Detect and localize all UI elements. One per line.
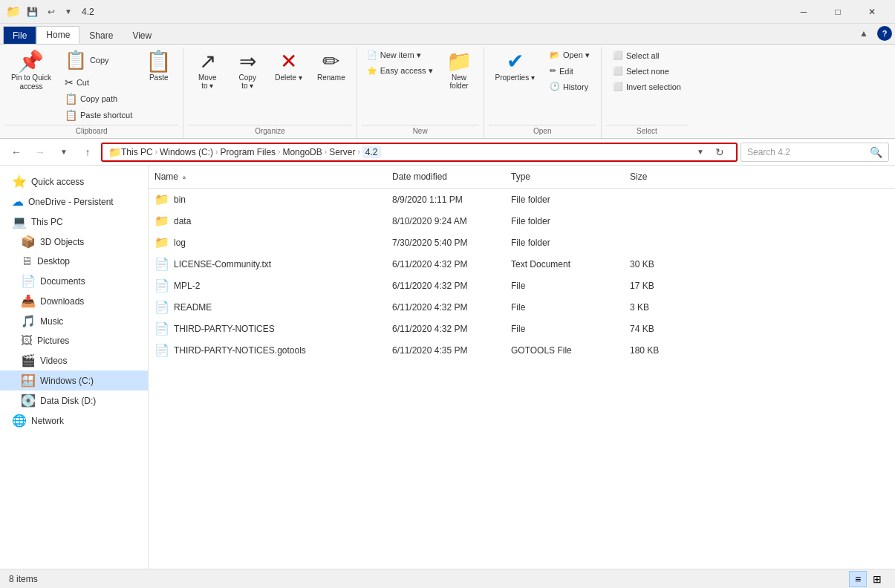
- new-item-icon: 📄: [367, 50, 377, 60]
- new-item-btn[interactable]: 📄 New item ▾: [362, 48, 438, 63]
- paste-shortcut-btn[interactable]: 📋 Paste shortcut: [59, 107, 137, 123]
- ribbon-collapse-btn[interactable]: ▲: [853, 23, 874, 44]
- file-label-data: data: [174, 216, 191, 226]
- select-group: ⬜ Select all ⬜ Select none ⬜ Invert sele…: [602, 48, 692, 138]
- sidebar-item-music[interactable]: 🎵 Music: [0, 311, 148, 331]
- search-bar[interactable]: Search 4.2 🔍: [741, 143, 889, 162]
- cut-btn[interactable]: ✂ Cut: [59, 74, 137, 91]
- new-folder-btn[interactable]: 📁 Newfolder: [440, 48, 479, 94]
- close-btn[interactable]: ✕: [855, 0, 889, 24]
- select-all-btn[interactable]: ⬜ Select all: [606, 48, 688, 63]
- status-bar: 8 items ≡ ⊞: [0, 569, 895, 588]
- recent-locations-btn[interactable]: ▼: [53, 142, 74, 163]
- sidebar-item-this-pc[interactable]: 💻 This PC: [0, 212, 148, 232]
- back-btn[interactable]: ←: [6, 142, 27, 163]
- view-large-btn[interactable]: ⊞: [868, 571, 886, 587]
- file-icon-license: 📄: [154, 257, 169, 271]
- main-area: ⭐ Quick access ☁ OneDrive - Persistent 💻…: [0, 166, 895, 569]
- sidebar-item-pictures[interactable]: 🖼 Pictures: [0, 331, 148, 350]
- sidebar-item-downloads[interactable]: 📥 Downloads: [0, 291, 148, 311]
- breadcrumb-this-pc[interactable]: This PC: [121, 147, 153, 157]
- properties-btn[interactable]: ✔ Properties ▾: [489, 48, 541, 85]
- file-label-readme: README: [174, 302, 212, 313]
- file-row-third-party-gotools[interactable]: 📄 THIRD-PARTY-NOTICES.gotools 6/11/2020 …: [149, 339, 895, 361]
- sidebar-item-quick-access[interactable]: ⭐ Quick access: [0, 172, 148, 192]
- col-name-label: Name: [154, 172, 178, 182]
- file-row-data[interactable]: 📁 data 8/10/2020 9:24 AM File folder: [149, 210, 895, 232]
- breadcrumb-42[interactable]: 4.2: [362, 146, 381, 158]
- minimize-btn[interactable]: ─: [787, 0, 821, 24]
- copy-path-btn[interactable]: 📋 Copy path: [59, 91, 137, 107]
- organize-label: Organize: [188, 125, 352, 135]
- address-dropdown-btn[interactable]: ▼: [693, 142, 708, 163]
- sidebar-item-3d-objects[interactable]: 📦 3D Objects: [0, 232, 148, 252]
- history-btn[interactable]: 🕐 History: [543, 79, 596, 94]
- select-none-btn[interactable]: ⬜ Select none: [606, 63, 688, 79]
- view-details-btn[interactable]: ≡: [849, 571, 867, 587]
- up-btn[interactable]: ↑: [77, 142, 98, 163]
- sidebar-item-documents[interactable]: 📄 Documents: [0, 271, 148, 291]
- tab-view[interactable]: View: [123, 26, 161, 44]
- sidebar-item-onedrive[interactable]: ☁ OneDrive - Persistent: [0, 192, 148, 212]
- pin-to-quick-btn[interactable]: 📌 Pin to Quickaccess: [4, 48, 58, 95]
- clipboard-group-content: 📌 Pin to Quickaccess 📋 Copy ✂ Cut 📋 Copy: [4, 48, 178, 123]
- customize-btn[interactable]: ▼: [62, 4, 74, 20]
- file-type-mpl2: File: [505, 278, 624, 293]
- sidebar-item-network[interactable]: 🌐 Network: [0, 411, 148, 431]
- tab-home[interactable]: Home: [36, 26, 79, 44]
- breadcrumb-mongodb[interactable]: MongoDB: [282, 147, 322, 157]
- file-type-log: File folder: [505, 235, 624, 250]
- new-label: New: [362, 125, 479, 135]
- address-bar[interactable]: 📁 This PC › Windows (C:) › Program Files…: [101, 143, 738, 162]
- invert-selection-label: Invert selection: [626, 82, 681, 91]
- file-row-bin[interactable]: 📁 bin 8/9/2020 1:11 PM File folder: [149, 189, 895, 210]
- file-type-third-party: File: [505, 321, 624, 336]
- breadcrumb-program-files[interactable]: Program Files: [220, 147, 276, 157]
- tab-share[interactable]: Share: [79, 26, 123, 44]
- file-row-mpl2[interactable]: 📄 MPL-2 6/11/2020 4:32 PM File 17 KB: [149, 275, 895, 296]
- sidebar-label-downloads: Downloads: [40, 296, 84, 307]
- file-icon-third-party: 📄: [154, 321, 169, 336]
- col-date-label: Date modified: [392, 172, 447, 182]
- col-size[interactable]: Size: [624, 169, 698, 185]
- sidebar-label-videos: Videos: [40, 356, 67, 366]
- tab-file[interactable]: File: [3, 26, 36, 44]
- file-row-license[interactable]: 📄 LICENSE-Community.txt 6/11/2020 4:32 P…: [149, 253, 895, 275]
- sidebar-item-data-disk-d[interactable]: 💽 Data Disk (D:): [0, 391, 148, 411]
- history-icon: 🕐: [550, 82, 560, 91]
- move-to-btn[interactable]: ↗ Moveto ▾: [188, 48, 227, 94]
- forward-btn[interactable]: →: [30, 142, 51, 163]
- col-name[interactable]: Name ▲: [149, 169, 386, 185]
- refresh-btn[interactable]: ↻: [709, 142, 730, 163]
- edit-btn[interactable]: ✏ Edit: [543, 63, 596, 79]
- sidebar-item-videos[interactable]: 🎬 Videos: [0, 350, 148, 370]
- paste-btn[interactable]: 📋 Paste: [139, 48, 178, 85]
- col-type-label: Type: [511, 172, 530, 182]
- maximize-btn[interactable]: □: [821, 0, 855, 24]
- col-date[interactable]: Date modified: [386, 169, 505, 185]
- file-row-readme[interactable]: 📄 README 6/11/2020 4:32 PM File 3 KB: [149, 296, 895, 318]
- select-label: Select: [606, 125, 688, 135]
- invert-selection-btn[interactable]: ⬜ Invert selection: [606, 79, 688, 94]
- sidebar-item-desktop[interactable]: 🖥 Desktop: [0, 252, 148, 271]
- delete-btn[interactable]: ✕ Delete ▾: [268, 48, 309, 85]
- breadcrumb-windows-c[interactable]: Windows (C:): [160, 147, 213, 157]
- new-folder-label: Newfolder: [450, 74, 469, 90]
- col-type[interactable]: Type: [505, 169, 624, 185]
- rename-btn[interactable]: ✏ Rename: [310, 48, 352, 85]
- open-btn[interactable]: 📂 Open ▾: [543, 48, 596, 63]
- copy-btn[interactable]: 📋 Copy: [59, 48, 137, 73]
- file-row-third-party[interactable]: 📄 THIRD-PARTY-NOTICES 6/11/2020 4:32 PM …: [149, 318, 895, 339]
- help-btn[interactable]: ?: [877, 26, 892, 41]
- breadcrumb-server[interactable]: Server: [329, 147, 355, 157]
- col-size-label: Size: [630, 172, 647, 182]
- easy-access-btn[interactable]: ⭐ Easy access ▾: [362, 63, 438, 79]
- sidebar-item-windows-c[interactable]: 🪟 Windows (C:): [0, 370, 148, 391]
- desktop-icon: 🖥: [21, 255, 33, 268]
- quick-save-btn[interactable]: 💾: [24, 4, 40, 20]
- sep-1: ›: [155, 148, 157, 156]
- file-row-log[interactable]: 📁 log 7/30/2020 5:40 PM File folder: [149, 232, 895, 253]
- new-folder-icon: 📁: [446, 51, 472, 72]
- copy-to-btn[interactable]: ⇒ Copyto ▾: [228, 48, 267, 94]
- undo-btn[interactable]: ↩: [43, 4, 59, 20]
